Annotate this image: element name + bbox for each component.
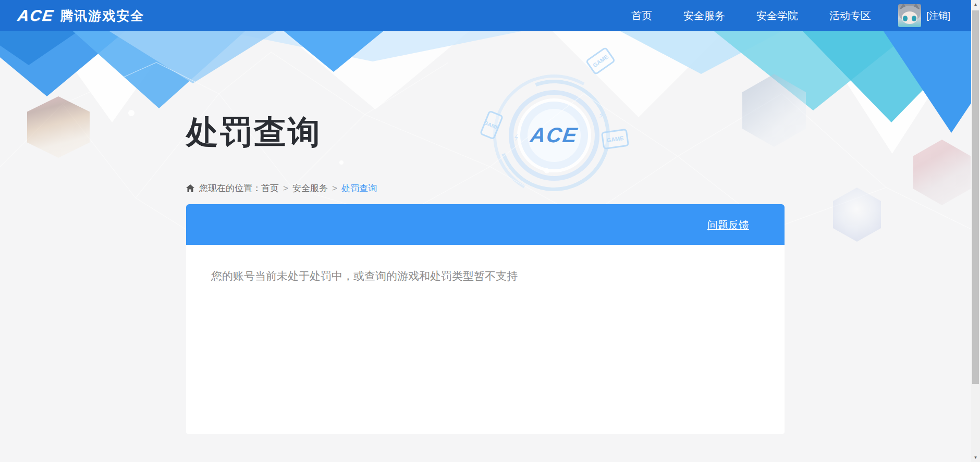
brand-title: 腾讯游戏安全	[60, 7, 144, 24]
breadcrumb-separator: >	[283, 183, 288, 194]
breadcrumb-section-link[interactable]: 安全服务	[292, 182, 328, 194]
hero-section: ACE GAME GAME GAME ⚡ ⚡ 处罚查询 您现在的位置： 首页 >…	[0, 31, 971, 462]
teemo-hexagon-image	[27, 96, 90, 158]
page-title: 处罚查询	[186, 110, 322, 154]
character-hexagon-image	[833, 188, 881, 242]
brand-logo[interactable]: ACE 腾讯游戏安全	[18, 7, 144, 24]
feedback-link[interactable]: 问题反馈	[707, 218, 749, 232]
avatar-eye	[912, 16, 916, 21]
vertical-scrollbar[interactable]: ▲ ▼	[971, 0, 980, 462]
breadcrumb-home-link[interactable]: 首页	[261, 182, 279, 194]
result-panel: 您的账号当前未处于处罚中，或查询的游戏和处罚类型暂不支持	[186, 245, 785, 434]
ace-emblem: ACE	[494, 76, 614, 195]
breadcrumb-prefix: 您现在的位置：	[199, 182, 261, 194]
logout-link[interactable]: [注销]	[926, 9, 950, 22]
user-avatar[interactable]	[898, 4, 921, 27]
result-panel-header: 问题反馈	[186, 204, 785, 245]
ace-logo-icon: ACE	[17, 7, 55, 24]
ace-emblem-logo-icon: ACE	[493, 123, 616, 147]
breadcrumb-separator: >	[332, 183, 337, 194]
character-hexagon-image	[913, 140, 971, 205]
nav-item-security-academy[interactable]: 安全学院	[756, 9, 798, 23]
nav-item-home[interactable]: 首页	[631, 9, 652, 23]
home-icon	[186, 184, 195, 193]
breadcrumb-current-link[interactable]: 处罚查询	[341, 182, 377, 194]
scroll-up-button[interactable]: ▲	[971, 0, 980, 9]
nav-item-activity-zone[interactable]: 活动专区	[829, 9, 871, 23]
lightning-icon: ⚡	[598, 110, 604, 120]
nav-item-security-services[interactable]: 安全服务	[683, 9, 725, 23]
result-message: 您的账号当前未处于处罚中，或查询的游戏和处罚类型暂不支持	[211, 269, 518, 283]
scroll-down-button[interactable]: ▼	[971, 453, 980, 462]
avatar-eye	[903, 16, 908, 21]
breadcrumb: 您现在的位置： 首页 > 安全服务 > 处罚查询	[186, 182, 377, 194]
main-nav: 首页 安全服务 安全学院 活动专区 [注销]	[600, 4, 950, 27]
scrollbar-thumb[interactable]	[972, 10, 979, 384]
top-navbar: ACE 腾讯游戏安全 首页 安全服务 安全学院 活动专区 [注销]	[0, 0, 971, 31]
game-monitor-icon: GAME	[601, 129, 629, 150]
